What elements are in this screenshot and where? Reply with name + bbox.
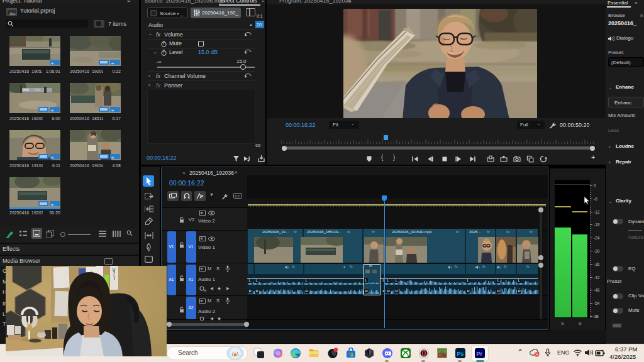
svg-text:Ps: Ps (457, 351, 464, 357)
svg-text:Pr: Pr (476, 351, 482, 357)
